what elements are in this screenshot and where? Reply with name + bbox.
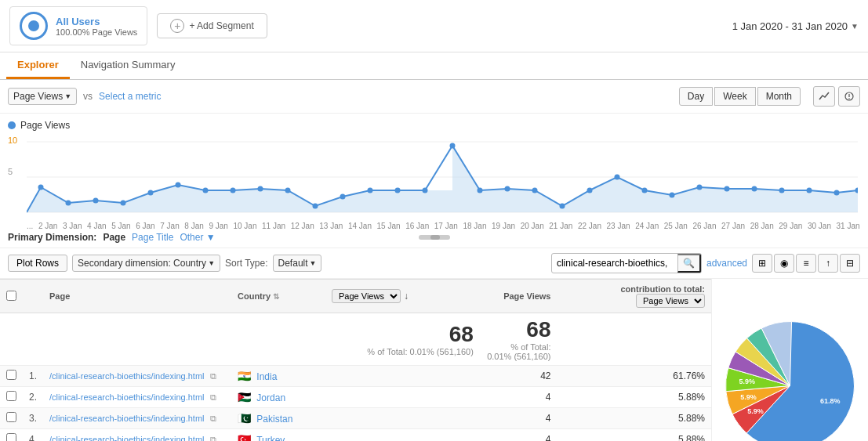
total-pv-val: 68 % of Total: 0.01% (561,160) [480,313,557,366]
header: All Users 100.00% Page Views + + Add Seg… [0,0,868,52]
all-users-subtitle: 100.00% Page Views [56,27,137,37]
page-views-metric-select: Page Views ↓ [332,289,474,303]
list-view-button[interactable]: ≡ [796,254,816,273]
total-pv-sub: % of Total: 0.01% (561,160) [486,342,551,361]
th-page[interactable]: Page [43,280,231,313]
page-link-0[interactable]: /clinical-research-bioethics/indexing.ht… [49,371,204,381]
metric-select-caret: ▼ [64,92,71,100]
sort-label: Sort Type: [225,258,267,269]
tab-explorer[interactable]: Explorer [6,52,70,79]
date-range-text: 1 Jan 2020 - 31 Jan 2020 [732,20,848,32]
svg-point-20 [395,188,401,193]
country-name-3[interactable]: Turkey [256,435,285,441]
svg-point-12 [176,183,181,188]
row-pv-metric-2 [325,408,480,429]
grid-view-button[interactable]: ⊞ [752,254,772,273]
table-right-controls: 🔍 advanced ⊞ ◉ ≡ ↑ ⊟ [551,253,860,273]
table-row: 2. /clinical-research-bioethics/indexing… [0,387,711,408]
svg-rect-39 [430,235,440,240]
date-range[interactable]: 1 Jan 2020 - 31 Jan 2020 ▼ [732,20,859,32]
metric-select[interactable]: Page Views ▼ [8,88,77,105]
pie-chart: 61.8%5.9%5.9%5.9% [721,317,859,441]
svg-point-16 [285,188,291,193]
page-icon-1[interactable]: ⧉ [210,392,216,402]
row-checkbox-1[interactable] [0,387,23,408]
country-name-1[interactable]: Jordan [256,392,285,403]
svg-point-24 [505,186,510,192]
country-name-2[interactable]: Pakistan [256,414,292,425]
country-flag-3: 🇹🇷 [238,433,251,441]
svg-point-26 [560,204,565,209]
svg-point-17 [313,204,318,209]
select-metric-link[interactable]: Select a metric [99,91,161,102]
secondary-dim-select[interactable]: Secondary dimension: Country ▼ [72,255,220,272]
row-page-2: /clinical-research-bioethics/indexing.ht… [43,408,231,429]
page-views-sort-icon[interactable]: ↓ [404,291,409,302]
page-icon-0[interactable]: ⧉ [210,371,216,381]
add-segment-button[interactable]: + + Add Segment [157,13,267,38]
contribution-metric-dropdown[interactable]: Page Views [636,294,705,308]
tab-navigation-summary[interactable]: Navigation Summary [70,52,187,79]
page-link-2[interactable]: /clinical-research-bioethics/indexing.ht… [49,414,204,423]
day-week-month-controls: Day Week Month [679,87,801,106]
country-sort-icon: ⇅ [273,292,279,301]
row-page-3: /clinical-research-bioethics/indexing.ht… [43,429,231,442]
x-axis-labels: ... 2 Jan 3 Jan 4 Jan 5 Jan 6 Jan 7 Jan … [8,220,860,230]
table-view-button[interactable]: ⊟ [840,254,860,273]
row-pv-3: 4 [480,429,557,442]
row-pv-2: 4 [480,408,557,429]
pie-chart-container: 61.8%5.9%5.9%5.9% [711,279,868,441]
total-num [23,313,43,366]
page-views-metric-dropdown[interactable]: Page Views [332,289,401,303]
page-link-3[interactable]: /clinical-research-bioethics/indexing.ht… [49,435,204,441]
row-checkbox-3[interactable] [0,429,23,442]
svg-point-35 [807,188,812,193]
advanced-button[interactable]: advanced [706,258,747,269]
view-buttons: ⊞ ◉ ≡ ↑ ⊟ [752,254,860,273]
row-pv-metric-3 [325,429,480,442]
page-icon-3[interactable]: ⧉ [210,435,216,441]
annotate-icon[interactable] [838,86,860,107]
th-country[interactable]: Country ⇅ [231,280,325,313]
controls-row: Page Views ▼ vs Select a metric Day Week… [0,80,868,114]
search-button[interactable]: 🔍 [677,254,701,273]
row-num-3: 4. [23,429,43,442]
data-table: Page Country ⇅ Page Views ↓ [0,279,711,441]
th-num [23,280,43,313]
row-num-0: 1. [23,366,43,387]
th-page-views-metric[interactable]: Page Views ↓ [325,280,480,313]
select-all-checkbox[interactable] [6,291,16,301]
segment-circle-inner [28,20,39,31]
country-flag-0: 🇮🇳 [238,370,251,382]
pie-label-3: 5.9% [739,378,756,385]
row-country-2: 🇵🇰 Pakistan [231,408,325,429]
plot-rows-button[interactable]: Plot Rows [8,255,67,272]
row-checkbox-0[interactable] [0,366,23,387]
search-input[interactable] [552,255,677,271]
month-button[interactable]: Month [757,87,801,106]
page-icon-2[interactable]: ⧉ [210,414,216,423]
line-chart-icon[interactable] [813,86,835,107]
svg-point-15 [258,186,263,192]
row-country-3: 🇹🇷 Turkey [231,429,325,442]
week-button[interactable]: Week [714,87,755,106]
country-flag-2: 🇵🇰 [238,412,251,425]
country-flag-1: 🇯🇴 [238,391,251,403]
row-contrib-0: 61.76% [557,366,712,387]
table-main: Page Country ⇅ Page Views ↓ [0,279,711,441]
page-link-1[interactable]: /clinical-research-bioethics/indexing.ht… [49,392,204,402]
sort-default-select[interactable]: Default ▼ [273,255,322,272]
pie-view-button[interactable]: ◉ [774,254,794,273]
svg-point-32 [725,186,730,192]
svg-point-36 [834,190,840,196]
row-contrib-1: 5.88% [557,387,712,408]
day-button[interactable]: Day [679,87,713,106]
scroll-indicator[interactable] [419,232,450,243]
svg-point-18 [340,194,346,200]
row-checkbox-2[interactable] [0,408,23,429]
chart-area: Page Views 10 5 [0,114,868,227]
country-name-0[interactable]: India [256,371,277,382]
up-arrow-button[interactable]: ↑ [818,254,838,273]
svg-point-33 [752,186,757,192]
svg-point-2 [848,98,850,99]
